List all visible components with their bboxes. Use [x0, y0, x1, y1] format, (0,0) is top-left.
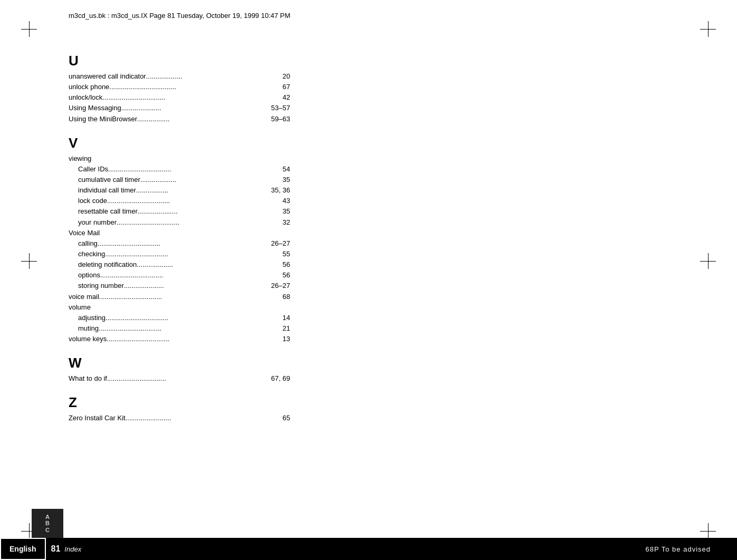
entry-your-number: your number ............................… [69, 217, 290, 228]
crosshair-bottom-right [700, 523, 716, 539]
entry-resettable-call-timer: resettable call timer ..................… [69, 206, 290, 217]
content-area: U unanswered call indicator ............… [69, 53, 290, 424]
entry-what-to-do: What to do if... .......................… [69, 373, 290, 384]
crosshair-mid-left [21, 253, 37, 269]
entry-zero-install: Zero Install Car Kit ...................… [69, 413, 290, 423]
footer-right-text: 68P To be advised [646, 545, 711, 553]
entry-using-minibrowser: Using the MiniBrowser ................. … [69, 114, 290, 124]
section-w: W [69, 355, 290, 371]
section-z: Z [69, 394, 290, 411]
entry-individual-call-timer: individual call timer ................. … [69, 185, 290, 196]
footer-bar: English 81 Index 68P To be advised [0, 538, 737, 560]
entry-volume-header: volume [69, 302, 290, 313]
entry-lock-code: lock code ..............................… [69, 196, 290, 206]
entry-viewing: viewing [69, 153, 290, 164]
footer-section-label: Index [64, 545, 81, 553]
crosshair-mid-right [700, 253, 716, 269]
abc-line1: A [45, 514, 50, 520]
entry-adjusting: adjusting ..............................… [69, 313, 290, 323]
abc-line3: C [45, 527, 50, 533]
page-container: m3cd_us.bk : m3cd_us.IX Page 81 Tuesday,… [0, 0, 737, 560]
entry-voice-mail-header: Voice Mail [69, 228, 290, 238]
footer-language: English [0, 538, 46, 560]
entry-storing-number: storing number ..................... 26–… [69, 281, 290, 291]
entry-calling: calling ................................… [69, 238, 290, 249]
abc-icon: A B C [32, 509, 63, 538]
footer-page-number: 81 [51, 544, 61, 554]
entry-voice-mail: voice mail .............................… [69, 292, 290, 302]
crosshair-top-left [21, 21, 37, 37]
header-text: m3cd_us.bk : m3cd_us.IX Page 81 Tuesday,… [69, 12, 290, 20]
entry-unlock-phone: unlock phone ...........................… [69, 82, 290, 92]
entry-cumulative-call-timer: cumulative call timer ..................… [69, 175, 290, 185]
entry-deleting-notification: deleting notification ..................… [69, 259, 290, 270]
entry-options: options ................................… [69, 270, 290, 281]
entry-volume-keys: volume keys ............................… [69, 334, 290, 344]
entry-checking: checking ...............................… [69, 249, 290, 259]
entry-using-messaging: Using Messaging ..................... 53… [69, 103, 290, 113]
entry-muting: muting .................................… [69, 323, 290, 334]
abc-line2: B [45, 520, 50, 526]
crosshair-top-right [700, 21, 716, 37]
section-u: U [69, 53, 290, 69]
entry-unlock-lock: unlock/lock ............................… [69, 92, 290, 103]
entry-caller-ids: Caller IDs .............................… [69, 164, 290, 175]
section-v: V [69, 135, 290, 151]
entry-unanswered: unanswered call indicator ..............… [69, 71, 290, 82]
